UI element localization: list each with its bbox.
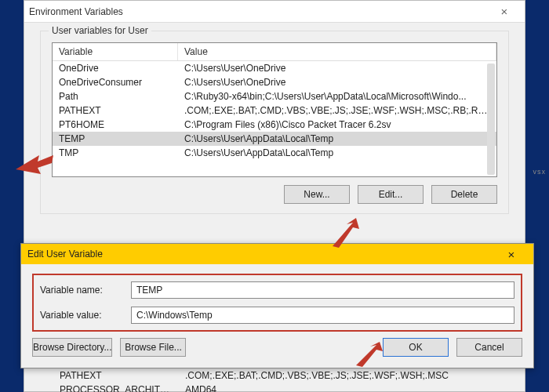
delete-button[interactable]: Delete <box>431 185 497 204</box>
user-variables-buttons: New... Edit... Delete <box>52 185 497 204</box>
edit-button[interactable]: Edit... <box>358 185 424 204</box>
table-row[interactable]: PT6HOMEC:\Program Files (x86)\Cisco Pack… <box>53 118 496 132</box>
cell-value: AMD64 <box>179 383 502 392</box>
cell-variable: PROCESSOR_ARCHITECTURE <box>53 383 179 392</box>
browse-directory-button[interactable]: Browse Directory... <box>32 338 112 357</box>
table-row[interactable]: OneDriveConsumerC:\Users\User\OneDrive <box>53 75 496 89</box>
dialog-titlebar: Edit User Variable × <box>21 244 533 264</box>
cell-value: .COM;.EXE;.BAT;.CMD;.VBS;.VBE;.JS;.JSE;.… <box>179 368 502 383</box>
table-row[interactable]: PROCESSOR_ARCHITECTUREAMD64 <box>53 383 502 392</box>
cell-value: C:\Users\User\AppData\Local\Temp <box>178 132 496 146</box>
dialog-title: Edit User Variable <box>27 249 103 260</box>
cell-variable: Path <box>53 89 178 103</box>
list-header: Variable Value <box>53 43 496 61</box>
cell-variable: TEMP <box>53 132 178 146</box>
table-row[interactable]: TMPC:\Users\User\AppData\Local\Temp <box>53 146 496 160</box>
user-variables-group: User variables for User Variable Value O… <box>40 31 509 214</box>
variable-name-label: Variable name: <box>40 285 131 296</box>
cell-value: C:\Ruby30-x64\bin;C:\Users\User\AppData\… <box>178 89 496 103</box>
close-icon[interactable]: × <box>489 5 520 18</box>
column-variable[interactable]: Variable <box>53 43 178 60</box>
table-row[interactable]: OneDriveC:\Users\User\OneDrive <box>53 61 496 75</box>
edit-user-variable-dialog: Edit User Variable × Variable name: Vari… <box>20 243 534 368</box>
cell-variable: TMP <box>53 146 178 160</box>
table-row[interactable]: PathC:\Ruby30-x64\bin;C:\Users\User\AppD… <box>53 89 496 103</box>
window-title: Environment Variables <box>29 6 123 17</box>
table-row[interactable]: TEMPC:\Users\User\AppData\Local\Temp <box>53 132 496 146</box>
browse-file-button[interactable]: Browse File... <box>120 338 186 357</box>
column-value[interactable]: Value <box>178 43 496 60</box>
close-icon[interactable]: × <box>496 248 527 261</box>
variable-value-label: Variable value: <box>40 310 131 321</box>
cell-variable: OneDrive <box>53 61 178 75</box>
cell-variable: PATHEXT <box>53 103 178 118</box>
cell-variable: OneDriveConsumer <box>53 75 178 89</box>
cell-value: C:\Users\User\OneDrive <box>178 75 496 89</box>
cancel-button[interactable]: Cancel <box>456 338 522 357</box>
ok-button[interactable]: OK <box>383 338 449 357</box>
table-row[interactable]: PATHEXT.COM;.EXE;.BAT;.CMD;.VBS;.VBE;.JS… <box>53 368 502 383</box>
cell-value: .COM;.EXE;.BAT;.CMD;.VBS;.VBE;.JS;.JSE;.… <box>178 103 496 118</box>
variable-value-input[interactable] <box>131 307 514 324</box>
watermark: vsx <box>533 168 547 176</box>
system-variable-rows: PATHEXT.COM;.EXE;.BAT;.CMD;.VBS;.VBE;.JS… <box>53 368 502 392</box>
table-row[interactable]: PATHEXT.COM;.EXE;.BAT;.CMD;.VBS;.VBE;.JS… <box>53 103 496 118</box>
group-label: User variables for User <box>49 25 151 36</box>
window-titlebar: Environment Variables × <box>24 1 525 23</box>
cell-value: C:\Users\User\AppData\Local\Temp <box>178 146 496 160</box>
variable-name-input[interactable] <box>131 281 514 299</box>
cell-value: C:\Users\User\OneDrive <box>178 61 496 75</box>
user-variables-list[interactable]: Variable Value OneDriveC:\Users\User\One… <box>52 42 497 177</box>
scrollbar[interactable] <box>487 64 495 175</box>
form-highlight: Variable name: Variable value: <box>32 274 522 332</box>
cell-variable: PATHEXT <box>53 368 179 383</box>
new-button[interactable]: New... <box>284 185 350 204</box>
cell-variable: PT6HOME <box>53 118 178 132</box>
cell-value: C:\Program Files (x86)\Cisco Packet Trac… <box>178 118 496 132</box>
